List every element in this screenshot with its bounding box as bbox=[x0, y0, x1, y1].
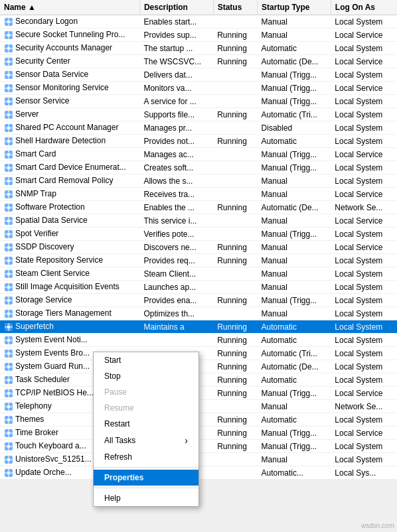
service-name: Sensor Service bbox=[15, 96, 69, 105]
cell-status: Running bbox=[213, 201, 257, 214]
context-menu-item-stop[interactable]: Stop bbox=[94, 368, 198, 384]
cell-logon: Local System bbox=[331, 267, 397, 281]
svg-rect-190 bbox=[5, 432, 7, 434]
table-row[interactable]: Security Accounts ManagerThe startup ...… bbox=[0, 42, 397, 55]
cell-logon: Local System bbox=[331, 254, 397, 267]
svg-rect-92 bbox=[8, 217, 9, 218]
cell-description: Provides sup... bbox=[139, 29, 213, 42]
table-row[interactable]: Still Image Acquisition EventsLaunches a… bbox=[0, 281, 397, 294]
table-row[interactable]: ServerSupports file...RunningAutomatic (… bbox=[0, 108, 397, 121]
cell-status bbox=[213, 148, 257, 161]
watermark: wsdsn.com bbox=[361, 522, 394, 529]
svg-rect-173 bbox=[11, 393, 13, 394]
service-name: Steam Client Service bbox=[15, 269, 90, 278]
table-row[interactable]: Secure Socket Tunneling Pro...Provides s… bbox=[0, 29, 397, 42]
svg-rect-207 bbox=[8, 475, 9, 476]
svg-rect-202 bbox=[5, 459, 7, 460]
cell-startup: Automatic bbox=[258, 334, 331, 347]
table-row[interactable]: State Repository ServiceProvides req...R… bbox=[0, 254, 397, 267]
table-row[interactable]: Spatial Data ServiceThis service i...Man… bbox=[0, 214, 397, 228]
col-header-startup[interactable]: Startup Type bbox=[258, 0, 331, 15]
col-header-logon[interactable]: Log On As bbox=[331, 0, 397, 15]
cell-status bbox=[213, 307, 257, 320]
col-header-name[interactable]: Name ▲ bbox=[0, 0, 139, 15]
table-row[interactable]: Smart CardManages ac...Manual (Trigg...L… bbox=[0, 148, 397, 161]
service-name: Shell Hardware Detection bbox=[15, 136, 106, 145]
table-row[interactable]: SSDP DiscoveryDiscovers ne...RunningManu… bbox=[0, 241, 397, 254]
service-icon bbox=[4, 242, 15, 251]
service-icon bbox=[4, 454, 15, 464]
context-menu-item-restart[interactable]: Restart bbox=[94, 416, 198, 432]
service-name: SNMP Trap bbox=[15, 189, 56, 198]
cell-status: Running bbox=[213, 241, 257, 254]
svg-rect-128 bbox=[8, 297, 9, 298]
context-menu-item-refresh[interactable]: Refresh bbox=[94, 449, 198, 465]
cell-name: Shared PC Account Manager bbox=[0, 121, 139, 135]
table-row[interactable]: Spot VerifierVerifies pote...Manual (Tri… bbox=[0, 228, 397, 241]
menu-item-label: Pause bbox=[104, 387, 127, 397]
col-header-status[interactable]: Status bbox=[213, 0, 257, 15]
svg-point-133 bbox=[7, 312, 11, 315]
table-row[interactable]: System Event Noti...RunningAutomaticLoca… bbox=[0, 334, 397, 347]
svg-rect-86 bbox=[8, 204, 9, 205]
table-row[interactable]: Storage ServiceProvides ena...RunningMan… bbox=[0, 294, 397, 307]
svg-point-79 bbox=[7, 192, 11, 196]
cell-description: Discovers ne... bbox=[139, 241, 213, 254]
svg-rect-29 bbox=[11, 74, 13, 76]
table-row[interactable]: SNMP TrapReceives tra...ManualLocal Serv… bbox=[0, 188, 397, 201]
table-row[interactable]: Sensor ServiceA service for ...Manual (T… bbox=[0, 95, 397, 108]
service-icon bbox=[4, 375, 15, 384]
table-row[interactable]: Sensor Data ServiceDelivers dat...Manual… bbox=[0, 68, 397, 82]
cell-status bbox=[213, 453, 257, 466]
table-row[interactable]: Security CenterThe WSCSVC...RunningAutom… bbox=[0, 55, 397, 68]
svg-rect-113 bbox=[11, 260, 13, 261]
table-row[interactable]: Sensor Monitoring ServiceMonitors va...M… bbox=[0, 82, 397, 95]
service-icon bbox=[4, 468, 15, 477]
svg-rect-152 bbox=[8, 350, 9, 351]
cell-status: Running bbox=[213, 55, 257, 68]
cell-startup: Manual (Trigg... bbox=[258, 82, 331, 95]
cell-startup: Automatic bbox=[258, 413, 331, 427]
table-row[interactable]: Storage Tiers ManagementOptimizes th...M… bbox=[0, 307, 397, 320]
context-menu-item-all-tasks[interactable]: All Tasks› bbox=[94, 432, 198, 449]
context-menu-item-start[interactable]: Start bbox=[94, 352, 198, 368]
svg-point-19 bbox=[7, 60, 11, 63]
table-row[interactable]: Shared PC Account ManagerManages pr...Di… bbox=[0, 121, 397, 135]
table-row[interactable]: Secondary LogonEnables start...ManualLoc… bbox=[0, 15, 397, 29]
cell-name: Smart Card Device Enumerat... bbox=[0, 161, 139, 174]
svg-point-43 bbox=[7, 113, 11, 116]
service-name: Secondary Logon bbox=[15, 17, 78, 26]
table-row[interactable]: Shell Hardware DetectionProvides not...R… bbox=[0, 135, 397, 148]
context-menu-item-help[interactable]: Help bbox=[94, 490, 198, 506]
cell-description: Manages ac... bbox=[139, 148, 213, 161]
cell-logon: Local System bbox=[331, 373, 397, 387]
cell-description: Allows the s... bbox=[139, 174, 213, 188]
service-name: TCP/IP NetBIOS He... bbox=[15, 388, 94, 397]
table-row[interactable]: Smart Card Device Enumerat...Creates sof… bbox=[0, 161, 397, 174]
menu-item-label: Stop bbox=[104, 371, 121, 381]
svg-rect-188 bbox=[8, 429, 9, 431]
cell-name: Still Image Acquisition Events bbox=[0, 281, 139, 294]
menu-item-label: Restart bbox=[104, 419, 130, 429]
service-icon bbox=[4, 229, 15, 238]
col-header-description[interactable]: Description bbox=[139, 0, 213, 15]
context-menu-item-properties[interactable]: Properties bbox=[94, 470, 198, 486]
cell-logon: Local Service bbox=[331, 82, 397, 95]
table-row[interactable]: Software ProtectionEnables the ...Runnin… bbox=[0, 201, 397, 214]
svg-rect-17 bbox=[11, 48, 13, 49]
svg-rect-65 bbox=[11, 154, 13, 155]
svg-rect-125 bbox=[11, 287, 13, 288]
table-row[interactable]: SuperfetchMaintains aRunningAutomaticLoc… bbox=[0, 320, 397, 334]
service-icon bbox=[4, 43, 15, 52]
cell-startup: Manual bbox=[258, 241, 331, 254]
svg-rect-195 bbox=[8, 448, 9, 450]
cell-startup: Manual bbox=[258, 281, 331, 294]
cell-description: Maintains a bbox=[139, 320, 213, 334]
table-row[interactable]: Smart Card Removal PolicyAllows the s...… bbox=[0, 174, 397, 188]
cell-startup: Automatic bbox=[258, 373, 331, 387]
table-row[interactable]: Steam Client ServiceSteam Client...Manua… bbox=[0, 267, 397, 281]
service-icon bbox=[4, 362, 15, 371]
service-name: Spatial Data Service bbox=[15, 216, 88, 225]
service-name: State Repository Service bbox=[15, 255, 103, 265]
svg-rect-81 bbox=[8, 196, 9, 198]
